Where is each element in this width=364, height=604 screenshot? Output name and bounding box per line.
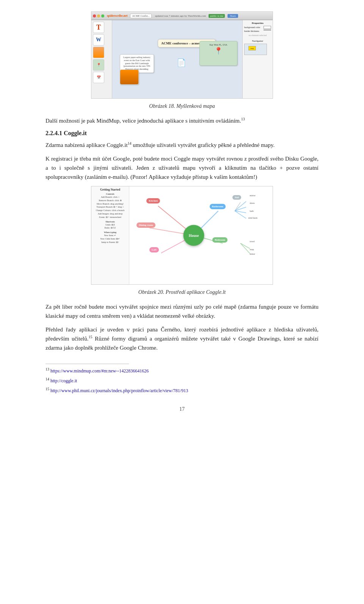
map-card: Kay West FL, USA 📍 — [199, 41, 237, 66]
transport-branch: Transport Branch: ⊞ + drag ○ — [93, 206, 127, 209]
add-images: Add Images: drag and drop — [93, 213, 127, 216]
figure-18-container: spiderscribe.net ACME Confer... updated … — [46, 11, 318, 109]
figure-18-caption: Obrázek 18. Myšlenková mapa — [46, 103, 318, 109]
svg-line-5 — [235, 202, 246, 211]
para-2: K registraci je třeba mít účet Google, p… — [46, 154, 318, 181]
remove-branch: Remove Branch: click ⊗ — [93, 199, 127, 202]
footnote-ref-15: 15 — [89, 335, 93, 339]
app-logo: spiderscribe.net — [107, 14, 127, 17]
bathroom-node[interactable]: Bathroom — [210, 204, 226, 209]
sinkbasin-leaf: sink/basin — [248, 217, 257, 219]
text-tool[interactable]: T — [93, 22, 104, 33]
soap-leaf: soap — [250, 248, 254, 251]
svg-line-6 — [235, 207, 246, 211]
undo: Undo: ⊞Z — [93, 224, 127, 227]
controls-title: Controls — [93, 193, 127, 195]
change-colors: Change Colours: click a branch — [93, 209, 127, 212]
footnote-divider — [46, 364, 129, 364]
shoes-leaf: shoes — [250, 202, 255, 204]
getting-started-title: Getting Started — [93, 188, 127, 191]
properties-panel: Properties background color border thick… — [242, 20, 273, 98]
zoom: Zoom: ⊞ + mousewheel — [93, 216, 127, 219]
calendar-tool[interactable]: 📅 — [93, 72, 104, 83]
para-4: Přehled řady aplikací je uveden v práci … — [46, 325, 318, 352]
pdf-icon: 📄 — [177, 58, 186, 67]
footnote-15: 15 http://www.phil.muni.cz/journals/inde… — [46, 386, 318, 394]
loft-node[interactable]: Loft — [149, 247, 159, 252]
public-badge: public to me — [209, 14, 225, 18]
para1-cont-text: umožňuje uživateli vytvářet graficky pěk… — [132, 142, 275, 148]
footnote-14-number: 14 — [46, 377, 49, 381]
no-selected-text: no element selected — [244, 34, 271, 36]
mirror-leaf: mirror — [250, 194, 256, 197]
svg-line-10 — [240, 243, 250, 254]
kitchen-node[interactable]: Kitchen — [146, 198, 160, 203]
new-item: New Item: ↵ — [93, 234, 127, 237]
word-tool[interactable]: W — [93, 34, 104, 46]
share-button[interactable]: Share — [228, 14, 238, 18]
center-node: House — [184, 225, 204, 246]
bedroom-node[interactable]: Bedroom — [212, 237, 227, 243]
bath-leaf: bath — [250, 210, 254, 212]
jump-to-parent: Jump to Parent: ⊞↑ — [93, 241, 127, 244]
para-3: Za pět liber ročně budete moci vytvářet … — [46, 302, 318, 320]
ss-sidebar: T W 📍 📅 — [91, 20, 112, 98]
border-thickness-row: border thickness — [244, 30, 271, 33]
shortcuts-title: Shortcuts — [93, 221, 127, 223]
footnote-13-link[interactable]: https://www.mindmup.com/#m:new--14228366… — [50, 368, 149, 374]
figure-20-image: Getting Started Controls Add Branch: cli… — [91, 186, 273, 285]
page-content: spiderscribe.net ACME Confer... updated … — [46, 0, 318, 435]
redo: Redo: ⊞⇧Z — [93, 227, 127, 230]
para-1: Zdarma nabízená aplikace Coggle.it14 umo… — [46, 140, 318, 150]
updated-text: updated was 7 minutes ago by TheoWorlds.… — [155, 14, 206, 17]
figure-20-caption: Obrázek 20. Prostředí aplikace Coggle.lt — [46, 289, 318, 295]
footnote-13-number: 13 — [46, 367, 49, 371]
intro-paragraph: Další možností je pak MindMup, velice je… — [46, 116, 318, 125]
figure-18-image: spiderscribe.net ACME Confer... updated … — [91, 11, 273, 99]
minor-leaf: minor — [250, 253, 255, 255]
max-dot — [101, 14, 104, 17]
coggle-canvas: House Kitchen Dining room Loft Bathroom … — [129, 186, 273, 284]
footnote-15-link[interactable]: http://www.phil.muni.cz/journals/index.p… — [50, 388, 188, 393]
footnote-14: 14 http://coggle.it — [46, 376, 318, 385]
image-tool[interactable] — [93, 47, 104, 58]
close-dot — [93, 14, 96, 17]
section-heading-coggle: 2.2.4.1 Coggle.it — [46, 130, 318, 137]
navigator-preview: map — [244, 44, 267, 55]
para1-text: Zdarma nabízená aplikace Coggle.it — [46, 142, 128, 148]
new-child-item: New Child Item: ⊞↵ — [93, 238, 127, 241]
when-typing-title: When typing — [93, 231, 127, 233]
footnote-ref-13: 13 — [241, 117, 245, 121]
intro-text: Další možností je pak MindMup, velice je… — [46, 118, 241, 124]
figure-20-container: Getting Started Controls Add Branch: cli… — [46, 186, 318, 295]
url-bar: ACME Confer... — [130, 14, 151, 18]
towel-leaf: towel — [250, 240, 255, 243]
navigator-title: Navigator — [244, 39, 271, 43]
svg-line-9 — [240, 243, 250, 249]
footnote-14-link[interactable]: http://coggle.it — [50, 378, 77, 383]
dining-room-node[interactable]: Dining room — [136, 222, 155, 228]
move-branch: Move Branch: drag anything! — [93, 203, 127, 206]
add-branch: Add Branch: click ○ — [93, 196, 127, 199]
coggle-sidebar: Getting Started Controls Add Branch: cli… — [91, 186, 129, 284]
ss-canvas: ACME conference – acmeconf.com Largest p… — [112, 20, 242, 98]
map-tool[interactable]: 📍 — [93, 59, 104, 71]
min-dot — [97, 14, 100, 17]
image-card — [120, 69, 139, 85]
bg-color-row: background color — [244, 26, 271, 29]
properties-title: Properties — [244, 22, 271, 25]
footnote-15-number: 15 — [46, 387, 49, 391]
page-number: 17 — [46, 406, 318, 412]
hall-node[interactable]: Hall — [232, 195, 241, 200]
footnote-ref-14: 14 — [128, 141, 132, 145]
footnote-13: 13 https://www.mindmup.com/#m:new--14228… — [46, 366, 318, 375]
